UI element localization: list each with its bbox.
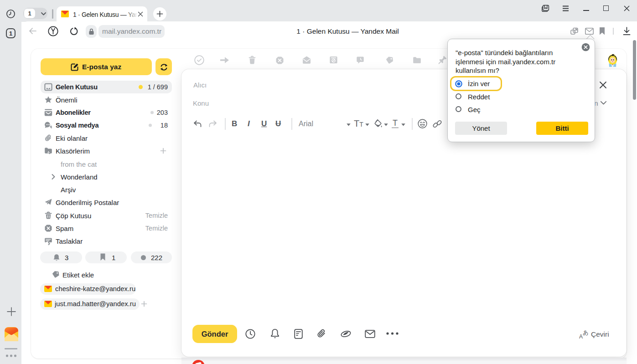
svg-text:A: A [579,333,583,339]
svg-text:あ: あ [583,329,589,336]
